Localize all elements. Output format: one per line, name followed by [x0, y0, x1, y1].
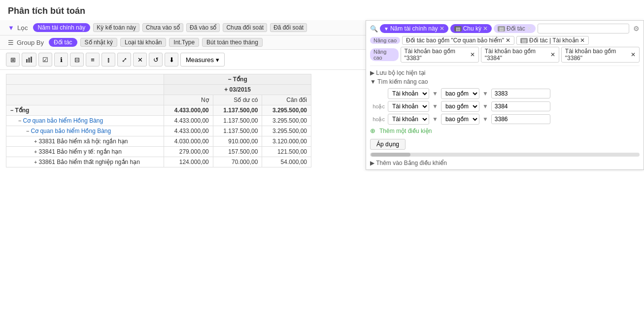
- table-row: −Tổng4.433.000,001.137.500,003.295.500,0…: [6, 105, 311, 116]
- clear-button[interactable]: ✕: [133, 53, 147, 66]
- refresh-button[interactable]: ↺: [149, 53, 163, 66]
- filter-tag-1[interactable]: Chưa vào sổ: [142, 23, 183, 32]
- group-tag-0[interactable]: Số nhật ký: [80, 38, 117, 47]
- table-row: +33861 Bảo hiểm thất nghiệp ngắn hạn124.…: [6, 157, 311, 167]
- nangcao-row-1: Nâng cao Đối tác bao gồm "Cơ quan bảo hi…: [370, 36, 640, 45]
- cell-can-doi: 3.295.500,00: [262, 105, 311, 116]
- nangcao-tag-1-0[interactable]: Đối tác bao gồm "Cơ quan bảo hiểm" ✕: [402, 36, 514, 45]
- filter-tag-2[interactable]: Đã vào sổ: [186, 23, 220, 32]
- cell-no: 4.433.000,00: [164, 126, 213, 136]
- view-info-button[interactable]: ℹ: [54, 53, 68, 66]
- nangcao-tag-2-0[interactable]: Tài khoản bao gồm "3383" ✕: [401, 47, 479, 63]
- cell-no: 4.030.000,00: [164, 136, 213, 147]
- row-label: Cơ quan bảo hiểm Hồng Bàng: [31, 128, 111, 134]
- search-magnifier-icon: 🔍: [370, 25, 378, 33]
- close-nangcao-2-0[interactable]: ✕: [470, 51, 475, 58]
- close-tag-partner[interactable]: ✕: [527, 25, 532, 32]
- close-tag-year[interactable]: ✕: [440, 25, 444, 32]
- group-tag-2[interactable]: Int.Type: [169, 38, 199, 47]
- adv-field-3[interactable]: Tài khoản: [388, 114, 429, 125]
- close-nangcao-1-1[interactable]: ✕: [580, 37, 585, 44]
- cell-co: 1.137.500,00: [213, 126, 262, 136]
- adv-scrollbar[interactable]: [370, 153, 640, 157]
- view-lines-button[interactable]: ≡: [86, 53, 100, 66]
- active-group-badge[interactable]: Đối tác: [49, 38, 77, 47]
- active-filter-badge[interactable]: Năm tài chính này: [33, 23, 91, 32]
- search-tag-cycle[interactable]: ▤ Chu kỳ ✕: [450, 24, 492, 33]
- adv-field-2[interactable]: Tài khoản: [388, 101, 429, 112]
- nangcao-tag-1-1[interactable]: ▤ Đối tác | Tài khoản ✕: [516, 36, 589, 45]
- search-tag-year[interactable]: ▼ Năm tài chính này ✕: [380, 24, 448, 33]
- nangcao-label-1: Nâng cao: [370, 37, 400, 44]
- adv-row-1: Tài khoản ▼ bao gồm ▼: [370, 88, 640, 99]
- advanced-search-link[interactable]: Tìm kiếm nâng cao: [370, 77, 640, 86]
- adv-arrow-1: ▼: [432, 90, 438, 97]
- search-input[interactable]: [538, 24, 629, 33]
- adv-val-2[interactable]: [491, 101, 550, 111]
- dashboard-link[interactable]: Thêm vào Bảng điều khiển: [370, 160, 640, 166]
- cell-no: 124.000,00: [164, 157, 213, 167]
- cell-co: 157.500,00: [213, 147, 262, 157]
- filter-tag-0[interactable]: Kỳ kế toán này: [93, 23, 139, 32]
- row-label-header: [6, 95, 164, 105]
- tag-icon-year: ▼: [384, 26, 389, 32]
- expand-icon[interactable]: +: [34, 159, 37, 165]
- adv-actions: ⊕ Thêm một điều kiện: [370, 127, 640, 134]
- cell-co: 70.000,00: [213, 157, 262, 167]
- adv-op-arrow-2: ▼: [482, 103, 488, 110]
- sub-group-expand[interactable]: +: [224, 86, 228, 93]
- adv-scrollbar-thumb[interactable]: [371, 153, 410, 157]
- apply-button[interactable]: Áp dụng: [370, 139, 406, 150]
- search-chips-row: 🔍 ▼ Năm tài chính này ✕ ▤ Chu kỳ ✕ ▤ Đối…: [370, 24, 640, 33]
- view-columns-button[interactable]: ⫿: [102, 53, 115, 66]
- close-nangcao-2-2[interactable]: ✕: [631, 51, 636, 58]
- row-label: 33841 Bảo hiểm y tế: ngắn hạn: [38, 148, 121, 155]
- page-title: Phân tích bút toán: [8, 6, 85, 16]
- search-settings-button[interactable]: ⚙: [633, 25, 640, 33]
- cell-co: 1.137.500,00: [213, 116, 262, 126]
- view-list-check-button[interactable]: ☑: [38, 53, 52, 66]
- expand-icon[interactable]: −: [26, 128, 29, 134]
- view-chart-button[interactable]: [22, 53, 36, 66]
- nangcao-tag-2-1[interactable]: Tài khoản bao gồm "3384" ✕: [481, 47, 559, 63]
- adv-val-1[interactable]: [491, 89, 550, 98]
- nangcao-row-2: Nâng cao Tài khoản bao gồm "3383" ✕ Tài …: [370, 47, 640, 63]
- view-pivot-button[interactable]: ⊞: [6, 53, 20, 66]
- expand-button[interactable]: ⤢: [117, 53, 131, 66]
- adv-field-1[interactable]: Tài khoản: [388, 88, 429, 99]
- col-no-header: Nợ: [164, 95, 213, 105]
- cell-no: 279.000,00: [164, 147, 213, 157]
- col-group-header: − Tổng: [164, 74, 311, 85]
- row-label: Tổng: [15, 107, 29, 114]
- adv-op-1[interactable]: bao gồm: [441, 88, 479, 99]
- expand-icon[interactable]: −: [10, 107, 13, 113]
- table-row: +33831 Bảo hiểm xã hội: ngắn hạn4.030.00…: [6, 136, 311, 147]
- expand-icon[interactable]: +: [34, 149, 37, 155]
- col-group-expand[interactable]: −: [228, 76, 231, 83]
- expand-icon[interactable]: +: [34, 138, 37, 144]
- close-nangcao-1-0[interactable]: ✕: [506, 37, 510, 44]
- group-tag-1[interactable]: Loại tài khoản: [120, 38, 166, 47]
- group-tag-3[interactable]: Bút toán theo tháng: [202, 38, 263, 47]
- search-tag-partner[interactable]: ▤ Đối tác ✕: [494, 24, 536, 33]
- adv-op-2[interactable]: bao gồm: [441, 101, 479, 112]
- col-co-header: Số dư có: [213, 95, 262, 105]
- search-overlay: 🔍 ▼ Năm tài chính này ✕ ▤ Chu kỳ ✕ ▤ Đối…: [366, 20, 644, 170]
- cell-can-doi: 121.500,00: [262, 147, 311, 157]
- save-filter-link[interactable]: Lưu bộ lọc hiện tại: [370, 68, 640, 77]
- adv-op-3[interactable]: bao gồm: [441, 114, 479, 125]
- expand-icon[interactable]: −: [18, 118, 21, 124]
- save-filter-section: Lưu bộ lọc hiện tại Tìm kiếm nâng cao: [370, 66, 640, 86]
- measures-button[interactable]: Measures ▾: [180, 53, 225, 66]
- add-condition-link[interactable]: Thêm một điều kiện: [379, 128, 432, 134]
- adv-val-3[interactable]: [491, 114, 550, 124]
- filter-tag-4[interactable]: Đã đối soát: [270, 23, 307, 32]
- adv-op-arrow-3: ▼: [482, 116, 488, 123]
- col-cando-header: Cân đối: [262, 95, 311, 105]
- filter-tag-3[interactable]: Chưa đối soát: [223, 23, 267, 32]
- nangcao-tag-2-2[interactable]: Tài khoản bao gồm "3386" ✕: [561, 47, 640, 63]
- view-grid-button[interactable]: ⊟: [70, 53, 84, 66]
- close-tag-cycle[interactable]: ✕: [483, 25, 488, 32]
- download-button[interactable]: ⬇: [165, 53, 178, 66]
- close-nangcao-2-1[interactable]: ✕: [550, 51, 555, 58]
